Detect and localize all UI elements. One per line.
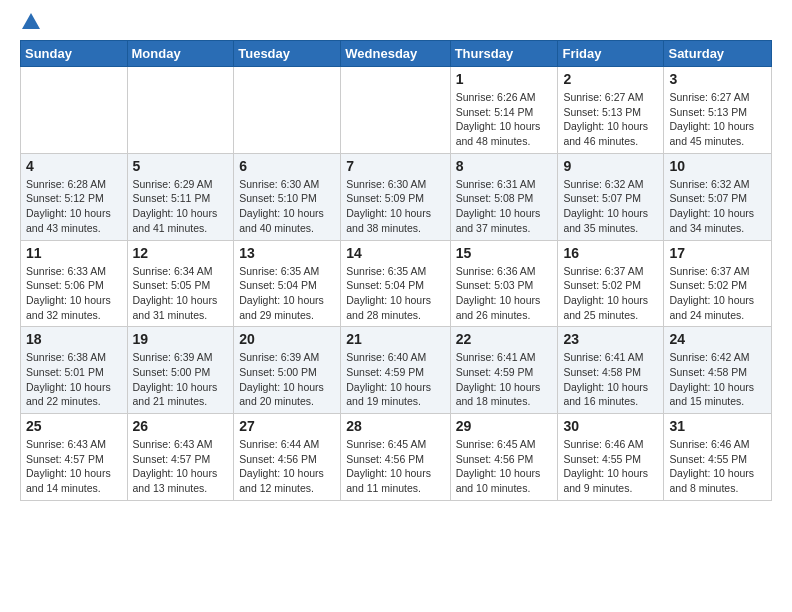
logo — [20, 16, 40, 30]
calendar-cell: 5Sunrise: 6:29 AM Sunset: 5:11 PM Daylig… — [127, 153, 234, 240]
day-number: 29 — [456, 418, 553, 434]
day-number: 24 — [669, 331, 766, 347]
day-number: 27 — [239, 418, 335, 434]
calendar-cell: 30Sunrise: 6:46 AM Sunset: 4:55 PM Dayli… — [558, 414, 664, 501]
day-number: 2 — [563, 71, 658, 87]
day-info: Sunrise: 6:29 AM Sunset: 5:11 PM Dayligh… — [133, 177, 229, 236]
day-number: 13 — [239, 245, 335, 261]
day-info: Sunrise: 6:27 AM Sunset: 5:13 PM Dayligh… — [563, 90, 658, 149]
day-number: 1 — [456, 71, 553, 87]
calendar-cell: 17Sunrise: 6:37 AM Sunset: 5:02 PM Dayli… — [664, 240, 772, 327]
day-number: 11 — [26, 245, 122, 261]
day-number: 31 — [669, 418, 766, 434]
day-info: Sunrise: 6:38 AM Sunset: 5:01 PM Dayligh… — [26, 350, 122, 409]
day-info: Sunrise: 6:45 AM Sunset: 4:56 PM Dayligh… — [346, 437, 444, 496]
day-number: 18 — [26, 331, 122, 347]
calendar-header-saturday: Saturday — [664, 41, 772, 67]
day-info: Sunrise: 6:32 AM Sunset: 5:07 PM Dayligh… — [563, 177, 658, 236]
calendar-cell: 9Sunrise: 6:32 AM Sunset: 5:07 PM Daylig… — [558, 153, 664, 240]
page: SundayMondayTuesdayWednesdayThursdayFrid… — [0, 0, 792, 517]
day-number: 26 — [133, 418, 229, 434]
calendar-cell — [21, 67, 128, 154]
day-info: Sunrise: 6:28 AM Sunset: 5:12 PM Dayligh… — [26, 177, 122, 236]
calendar-cell — [341, 67, 450, 154]
calendar-cell: 2Sunrise: 6:27 AM Sunset: 5:13 PM Daylig… — [558, 67, 664, 154]
calendar-cell: 15Sunrise: 6:36 AM Sunset: 5:03 PM Dayli… — [450, 240, 558, 327]
calendar-cell: 13Sunrise: 6:35 AM Sunset: 5:04 PM Dayli… — [234, 240, 341, 327]
calendar-header-tuesday: Tuesday — [234, 41, 341, 67]
day-info: Sunrise: 6:46 AM Sunset: 4:55 PM Dayligh… — [669, 437, 766, 496]
day-number: 5 — [133, 158, 229, 174]
day-info: Sunrise: 6:34 AM Sunset: 5:05 PM Dayligh… — [133, 264, 229, 323]
day-number: 16 — [563, 245, 658, 261]
calendar-header-sunday: Sunday — [21, 41, 128, 67]
calendar-week-row: 1Sunrise: 6:26 AM Sunset: 5:14 PM Daylig… — [21, 67, 772, 154]
calendar-cell: 28Sunrise: 6:45 AM Sunset: 4:56 PM Dayli… — [341, 414, 450, 501]
day-number: 25 — [26, 418, 122, 434]
calendar-header-wednesday: Wednesday — [341, 41, 450, 67]
day-number: 15 — [456, 245, 553, 261]
day-number: 7 — [346, 158, 444, 174]
day-info: Sunrise: 6:45 AM Sunset: 4:56 PM Dayligh… — [456, 437, 553, 496]
calendar-cell: 31Sunrise: 6:46 AM Sunset: 4:55 PM Dayli… — [664, 414, 772, 501]
calendar-header-thursday: Thursday — [450, 41, 558, 67]
day-number: 14 — [346, 245, 444, 261]
day-info: Sunrise: 6:42 AM Sunset: 4:58 PM Dayligh… — [669, 350, 766, 409]
calendar-header-monday: Monday — [127, 41, 234, 67]
calendar-cell: 6Sunrise: 6:30 AM Sunset: 5:10 PM Daylig… — [234, 153, 341, 240]
calendar-cell: 26Sunrise: 6:43 AM Sunset: 4:57 PM Dayli… — [127, 414, 234, 501]
day-number: 21 — [346, 331, 444, 347]
calendar-cell: 1Sunrise: 6:26 AM Sunset: 5:14 PM Daylig… — [450, 67, 558, 154]
calendar-cell: 12Sunrise: 6:34 AM Sunset: 5:05 PM Dayli… — [127, 240, 234, 327]
day-info: Sunrise: 6:43 AM Sunset: 4:57 PM Dayligh… — [26, 437, 122, 496]
calendar-cell: 18Sunrise: 6:38 AM Sunset: 5:01 PM Dayli… — [21, 327, 128, 414]
day-number: 20 — [239, 331, 335, 347]
logo-icon — [22, 12, 40, 30]
day-info: Sunrise: 6:26 AM Sunset: 5:14 PM Dayligh… — [456, 90, 553, 149]
svg-marker-0 — [22, 13, 40, 29]
day-info: Sunrise: 6:32 AM Sunset: 5:07 PM Dayligh… — [669, 177, 766, 236]
day-info: Sunrise: 6:40 AM Sunset: 4:59 PM Dayligh… — [346, 350, 444, 409]
day-number: 10 — [669, 158, 766, 174]
day-info: Sunrise: 6:27 AM Sunset: 5:13 PM Dayligh… — [669, 90, 766, 149]
day-info: Sunrise: 6:36 AM Sunset: 5:03 PM Dayligh… — [456, 264, 553, 323]
day-number: 17 — [669, 245, 766, 261]
calendar-cell: 4Sunrise: 6:28 AM Sunset: 5:12 PM Daylig… — [21, 153, 128, 240]
calendar-cell: 27Sunrise: 6:44 AM Sunset: 4:56 PM Dayli… — [234, 414, 341, 501]
calendar-cell: 16Sunrise: 6:37 AM Sunset: 5:02 PM Dayli… — [558, 240, 664, 327]
day-info: Sunrise: 6:41 AM Sunset: 4:59 PM Dayligh… — [456, 350, 553, 409]
day-info: Sunrise: 6:33 AM Sunset: 5:06 PM Dayligh… — [26, 264, 122, 323]
day-number: 23 — [563, 331, 658, 347]
calendar-cell: 8Sunrise: 6:31 AM Sunset: 5:08 PM Daylig… — [450, 153, 558, 240]
day-number: 30 — [563, 418, 658, 434]
calendar-cell — [234, 67, 341, 154]
day-info: Sunrise: 6:39 AM Sunset: 5:00 PM Dayligh… — [133, 350, 229, 409]
calendar-cell: 14Sunrise: 6:35 AM Sunset: 5:04 PM Dayli… — [341, 240, 450, 327]
day-info: Sunrise: 6:39 AM Sunset: 5:00 PM Dayligh… — [239, 350, 335, 409]
calendar-cell: 7Sunrise: 6:30 AM Sunset: 5:09 PM Daylig… — [341, 153, 450, 240]
day-info: Sunrise: 6:35 AM Sunset: 5:04 PM Dayligh… — [239, 264, 335, 323]
calendar-cell — [127, 67, 234, 154]
calendar-week-row: 11Sunrise: 6:33 AM Sunset: 5:06 PM Dayli… — [21, 240, 772, 327]
day-info: Sunrise: 6:44 AM Sunset: 4:56 PM Dayligh… — [239, 437, 335, 496]
day-info: Sunrise: 6:43 AM Sunset: 4:57 PM Dayligh… — [133, 437, 229, 496]
calendar-cell: 25Sunrise: 6:43 AM Sunset: 4:57 PM Dayli… — [21, 414, 128, 501]
calendar-cell: 19Sunrise: 6:39 AM Sunset: 5:00 PM Dayli… — [127, 327, 234, 414]
calendar-week-row: 18Sunrise: 6:38 AM Sunset: 5:01 PM Dayli… — [21, 327, 772, 414]
day-info: Sunrise: 6:30 AM Sunset: 5:10 PM Dayligh… — [239, 177, 335, 236]
calendar-cell: 23Sunrise: 6:41 AM Sunset: 4:58 PM Dayli… — [558, 327, 664, 414]
calendar-week-row: 4Sunrise: 6:28 AM Sunset: 5:12 PM Daylig… — [21, 153, 772, 240]
day-number: 28 — [346, 418, 444, 434]
day-info: Sunrise: 6:41 AM Sunset: 4:58 PM Dayligh… — [563, 350, 658, 409]
day-info: Sunrise: 6:35 AM Sunset: 5:04 PM Dayligh… — [346, 264, 444, 323]
day-number: 22 — [456, 331, 553, 347]
day-number: 4 — [26, 158, 122, 174]
day-info: Sunrise: 6:30 AM Sunset: 5:09 PM Dayligh… — [346, 177, 444, 236]
calendar-cell: 24Sunrise: 6:42 AM Sunset: 4:58 PM Dayli… — [664, 327, 772, 414]
day-number: 12 — [133, 245, 229, 261]
day-info: Sunrise: 6:46 AM Sunset: 4:55 PM Dayligh… — [563, 437, 658, 496]
header — [20, 16, 772, 30]
calendar-cell: 11Sunrise: 6:33 AM Sunset: 5:06 PM Dayli… — [21, 240, 128, 327]
calendar-cell: 29Sunrise: 6:45 AM Sunset: 4:56 PM Dayli… — [450, 414, 558, 501]
day-info: Sunrise: 6:37 AM Sunset: 5:02 PM Dayligh… — [563, 264, 658, 323]
